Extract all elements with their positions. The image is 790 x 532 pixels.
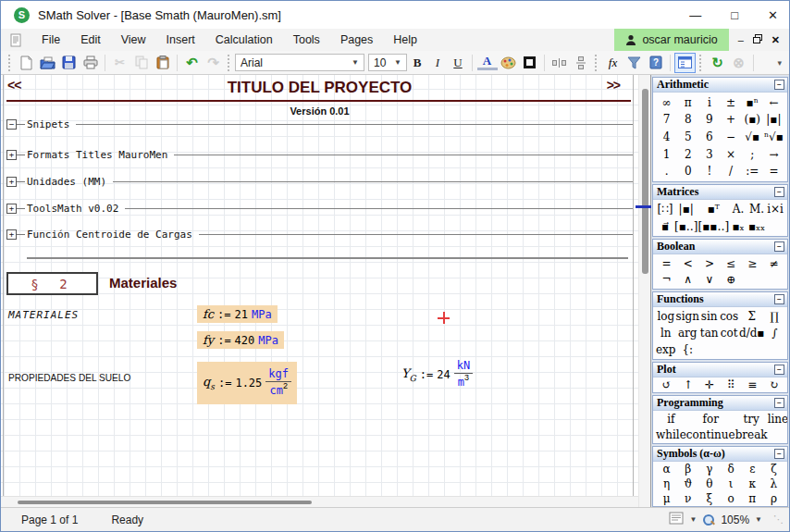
palette-button[interactable]: ∞ [656, 95, 677, 110]
minimize-button[interactable]: — [689, 8, 701, 22]
palette-button[interactable]: ± [720, 95, 741, 110]
collapse-panel-button[interactable]: − [774, 449, 784, 459]
palette-button[interactable]: ≠ [763, 256, 784, 271]
palette-button[interactable]: ← [763, 95, 784, 110]
math-region-qs[interactable]: qs := 1.25 kgf cm2 [197, 362, 297, 404]
palette-button[interactable]: ≥ [742, 256, 763, 271]
palette-button[interactable]: try [735, 412, 768, 427]
section-label[interactable]: Función Centroide de Cargas [25, 229, 199, 241]
section-toggle-button[interactable]: − [6, 119, 17, 130]
mdi-restore-button[interactable] [753, 34, 762, 45]
palette-button[interactable]: (▪) [742, 112, 763, 127]
palette-button[interactable]: > [698, 256, 720, 271]
align-vertical-button[interactable] [570, 53, 591, 73]
bold-button[interactable]: B [407, 56, 427, 70]
palette-button[interactable]: ρ [763, 491, 784, 506]
palette-button[interactable]: α [656, 462, 677, 476]
palette-button[interactable]: ξ [698, 491, 720, 506]
redo-button[interactable]: ↷ [203, 53, 224, 73]
palette-button[interactable]: 1 [656, 147, 677, 162]
palette-button[interactable]: / [720, 164, 741, 179]
vertical-scrollbar[interactable] [638, 75, 650, 507]
section-label[interactable]: ToolsMath v0.02 [25, 203, 125, 215]
palette-button[interactable]: ↑ [677, 377, 698, 392]
palette-button[interactable]: π [742, 491, 763, 506]
palette-button[interactable]: ! [698, 164, 720, 179]
palette-button[interactable]: 3 [698, 147, 720, 162]
palette-button[interactable]: [▪▪‥] [697, 219, 729, 234]
palette-header[interactable]: Matrices − [653, 185, 787, 200]
recalculate-button[interactable]: ↻ [707, 53, 728, 73]
collapse-panel-button[interactable]: − [774, 241, 784, 252]
section-toggle-button[interactable]: + [6, 229, 17, 240]
copy-button[interactable] [130, 53, 152, 73]
palette-button[interactable]: line [768, 412, 788, 427]
palette-button[interactable]: ▪ᵀ [697, 202, 729, 217]
palette-button[interactable]: break [735, 427, 768, 442]
mdi-close-button[interactable]: ✕ [771, 34, 780, 46]
menu-item[interactable]: Edit [70, 33, 111, 46]
palette-button[interactable]: A. [729, 202, 747, 217]
menu-item[interactable]: File [31, 33, 70, 46]
print-button[interactable] [80, 53, 101, 73]
palette-button[interactable]: ν [677, 491, 698, 506]
worksheet-canvas[interactable]: << TITULO DEL PROYECTO >> Versión 0.01 −… [1, 75, 638, 496]
palette-button[interactable]: 7 [656, 112, 677, 127]
toolbar-overflow-button[interactable]: ▾ [777, 58, 785, 68]
italic-button[interactable]: I [427, 56, 448, 70]
section-label[interactable]: Snipets [25, 118, 76, 130]
border-button[interactable] [519, 53, 540, 73]
palette-button[interactable]: π [677, 95, 698, 110]
collapse-panel-button[interactable]: − [774, 187, 784, 197]
palette-button[interactable]: + [720, 112, 741, 127]
palette-button[interactable]: = [656, 256, 677, 271]
section-toggle-button[interactable]: + [6, 204, 17, 214]
palette-header[interactable]: Plot − [653, 363, 787, 377]
palette-button[interactable]: ; [742, 147, 763, 162]
insert-function-button[interactable]: fx [602, 53, 623, 73]
palette-header[interactable]: Symbols (α-ω) − [653, 447, 787, 462]
collapse-panel-button[interactable]: − [774, 365, 784, 375]
menu-item[interactable]: Pages [330, 33, 383, 46]
section-toggle-button[interactable]: + [6, 177, 17, 187]
side-panel-toggle-button[interactable] [674, 53, 696, 73]
collapse-panel-button[interactable]: − [774, 398, 784, 408]
underline-button[interactable]: U [448, 56, 468, 70]
palette-button[interactable]: − [720, 130, 741, 144]
palette-button[interactable]: ⁿ√▪ [763, 130, 784, 144]
new-document-button[interactable] [16, 53, 37, 73]
palette-button[interactable]: d/d▪ [739, 326, 765, 340]
palette-button[interactable]: tan [699, 326, 719, 340]
palette-button[interactable]: √▪ [742, 130, 763, 144]
palette-button[interactable]: Σ [739, 309, 765, 324]
palette-button[interactable]: 9 [698, 112, 720, 127]
section-label[interactable]: Formats Titles MauroMen [25, 149, 174, 161]
zoom-level[interactable]: 105% [721, 513, 749, 526]
palette-button[interactable]: λ [763, 476, 784, 491]
palette-button[interactable]: log [656, 309, 676, 324]
palette-button[interactable]: [▪‥] [674, 219, 698, 234]
palette-button[interactable]: ∨ [698, 272, 720, 287]
soil-properties-label[interactable]: PROPIEDADES DEL SUELO [8, 372, 130, 383]
mdi-minimize-button[interactable]: – [738, 34, 744, 45]
font-color-button[interactable]: A [477, 55, 498, 70]
palette-button[interactable]: ε [742, 462, 763, 476]
palette-button[interactable]: 6 [698, 130, 720, 144]
stop-button[interactable]: ⊗ [728, 53, 749, 73]
font-size-select[interactable]: 10▼ [368, 54, 407, 71]
horizontal-scrollbar[interactable] [1, 496, 638, 507]
palette-button[interactable]: . [656, 164, 677, 179]
palette-button[interactable]: ϑ [677, 476, 698, 491]
math-region-fc[interactable]: fc := 21 MPa [197, 305, 278, 323]
align-horizontal-button[interactable] [549, 53, 570, 73]
palette-button[interactable]: μ [656, 491, 677, 506]
palette-button[interactable]: ∧ [677, 272, 698, 287]
help-button[interactable]: ? [645, 53, 666, 73]
paste-button[interactable] [152, 53, 173, 73]
chevron-down-icon[interactable]: ▼ [755, 515, 762, 524]
section-label[interactable]: Unidades (MM) [25, 176, 113, 188]
palette-header[interactable]: Boolean − [653, 240, 787, 254]
close-button[interactable]: ✕ [768, 8, 778, 22]
palette-button[interactable]: 8 [677, 112, 698, 127]
math-region-yg[interactable]: YG := 24 kN m3 [396, 357, 478, 391]
